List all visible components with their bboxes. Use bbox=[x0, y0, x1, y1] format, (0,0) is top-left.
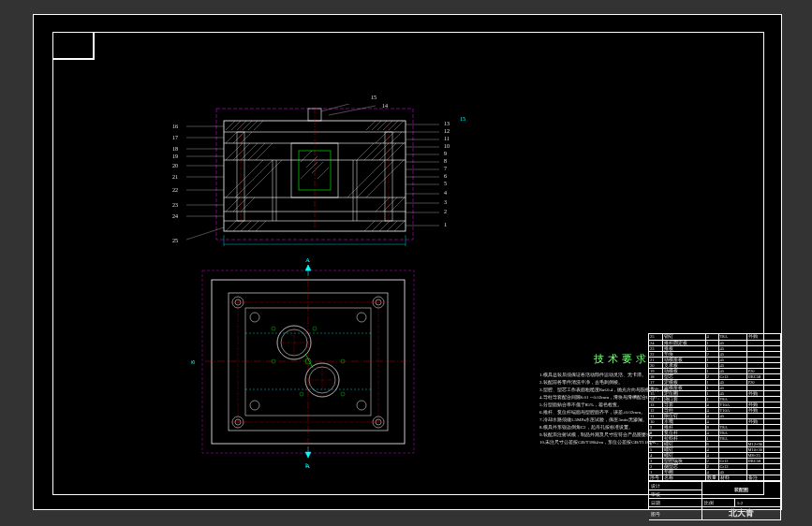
tb-institution: 北大青 bbox=[701, 507, 780, 520]
svg-line-47 bbox=[387, 143, 404, 160]
svg-line-51 bbox=[317, 168, 329, 179]
leader-24: 24 bbox=[172, 213, 178, 219]
svg-line-21 bbox=[231, 121, 241, 130]
svg-line-20 bbox=[226, 121, 235, 130]
svg-line-84 bbox=[186, 227, 224, 240]
svg-line-61 bbox=[241, 197, 255, 212]
leader-8: 8 bbox=[444, 158, 447, 164]
svg-line-34 bbox=[241, 132, 252, 143]
leader-12: 12 bbox=[444, 128, 450, 134]
svg-point-127 bbox=[250, 313, 259, 322]
svg-line-42 bbox=[256, 143, 273, 160]
tb-date-label: 日期 bbox=[649, 499, 701, 507]
tb-checker-label: 审核 bbox=[649, 490, 701, 499]
svg-line-45 bbox=[372, 143, 389, 160]
svg-line-85 bbox=[321, 104, 366, 111]
svg-line-46 bbox=[379, 143, 396, 160]
svg-line-22 bbox=[237, 121, 246, 130]
leader-7: 7 bbox=[444, 166, 447, 171]
svg-line-43 bbox=[357, 143, 374, 160]
svg-line-40 bbox=[241, 143, 258, 160]
tb-dwgno-label: 图号 bbox=[649, 507, 701, 520]
bom-h-note: 备注 bbox=[746, 475, 781, 480]
svg-line-73 bbox=[387, 221, 397, 231]
leader-16: 16 bbox=[172, 124, 178, 129]
tb-scale-label: 比例 bbox=[701, 499, 734, 507]
svg-line-117 bbox=[305, 354, 313, 368]
title-block-lower: 设计 装配图 审核 日期 比例 1:2 图号 北大青 bbox=[649, 481, 781, 521]
svg-line-60 bbox=[233, 197, 247, 212]
section-mark-a-top: A bbox=[305, 256, 310, 264]
leader-1: 1 bbox=[444, 222, 447, 227]
leader-17: 17 bbox=[172, 135, 178, 140]
svg-line-49 bbox=[306, 156, 317, 168]
plan-view bbox=[200, 263, 416, 460]
svg-line-52 bbox=[301, 162, 317, 179]
leader-3: 3 bbox=[444, 199, 447, 205]
svg-point-130 bbox=[357, 401, 366, 410]
leader-21: 21 bbox=[172, 174, 178, 180]
leader-25: 25 bbox=[172, 238, 178, 243]
svg-line-32 bbox=[226, 132, 237, 143]
bom-h-no: 序号 bbox=[649, 475, 662, 480]
corner-mark-tl bbox=[52, 32, 95, 60]
leader-11: 11 bbox=[444, 136, 450, 141]
svg-line-41 bbox=[248, 143, 265, 160]
svg-line-72 bbox=[379, 221, 390, 231]
cad-canvas: 16 17 18 19 20 21 22 23 24 25 15 14 13 1… bbox=[33, 14, 782, 510]
title-block: 25销钉4T8A外购24推杆固定板14523推板14522垫块24521动模座板… bbox=[648, 333, 781, 509]
svg-line-26 bbox=[366, 121, 376, 130]
svg-point-143 bbox=[272, 327, 275, 330]
bom-h-mat: 材料 bbox=[718, 475, 746, 480]
section-view bbox=[179, 104, 450, 249]
svg-line-50 bbox=[312, 162, 323, 173]
svg-line-28 bbox=[377, 121, 387, 130]
leader-20: 20 bbox=[172, 163, 178, 168]
leader-22: 22 bbox=[172, 187, 178, 193]
svg-line-70 bbox=[364, 221, 375, 231]
leader-2: 2 bbox=[444, 209, 447, 214]
bom-h-qty: 数量 bbox=[705, 475, 718, 480]
leader-15: 15 bbox=[371, 95, 376, 100]
svg-line-67 bbox=[241, 221, 251, 231]
svg-line-86 bbox=[329, 106, 376, 115]
leader-23: 23 bbox=[172, 202, 178, 208]
svg-point-129 bbox=[250, 401, 259, 410]
bom-header-row: 序号 名称 数量 材料 备注 bbox=[649, 475, 781, 480]
svg-point-128 bbox=[357, 313, 366, 322]
leader-13: 13 bbox=[444, 121, 450, 126]
svg-marker-152 bbox=[305, 265, 311, 270]
tb-scale: 1:2 bbox=[734, 499, 780, 507]
svg-line-66 bbox=[233, 221, 244, 231]
leader-19: 19 bbox=[172, 153, 178, 159]
leader-9: 9 bbox=[444, 151, 447, 156]
svg-line-71 bbox=[372, 221, 382, 231]
dim-13-top: 15 bbox=[460, 116, 465, 122]
leader-18: 18 bbox=[172, 146, 178, 152]
svg-line-68 bbox=[248, 221, 258, 231]
svg-point-144 bbox=[313, 327, 317, 330]
svg-marker-154 bbox=[305, 452, 311, 458]
svg-line-25 bbox=[254, 121, 263, 130]
bom-table: 25销钉4T8A外购24推杆固定板14523推板14522垫块24521动模座板… bbox=[649, 334, 781, 481]
svg-line-31 bbox=[394, 121, 404, 130]
svg-line-74 bbox=[394, 221, 405, 231]
svg-line-62 bbox=[376, 197, 390, 212]
tb-project: 装配图 bbox=[701, 482, 780, 499]
svg-line-65 bbox=[226, 221, 236, 231]
section-mark-a-bot: A bbox=[305, 462, 310, 470]
svg-line-23 bbox=[243, 121, 252, 130]
svg-point-146 bbox=[341, 392, 345, 396]
svg-line-39 bbox=[233, 143, 250, 160]
svg-line-59 bbox=[226, 197, 240, 212]
bom-h-name: 名称 bbox=[662, 475, 705, 480]
svg-line-30 bbox=[389, 121, 398, 130]
svg-line-69 bbox=[256, 221, 266, 231]
leader-14: 14 bbox=[382, 103, 388, 109]
svg-line-27 bbox=[372, 121, 381, 130]
svg-line-38 bbox=[226, 143, 243, 160]
tb-designer-label: 设计 bbox=[649, 482, 701, 490]
leader-5: 5 bbox=[444, 181, 447, 186]
svg-line-33 bbox=[233, 132, 244, 143]
svg-line-29 bbox=[383, 121, 392, 130]
